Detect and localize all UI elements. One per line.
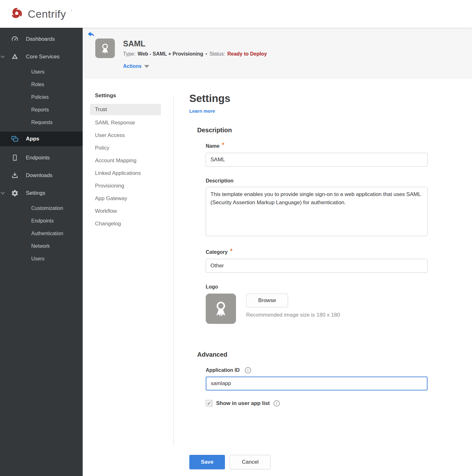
content-area: Settings Trust SAML Response User Access…: [83, 79, 472, 476]
sidebar-item-reports[interactable]: Reports: [0, 104, 83, 116]
cancel-button[interactable]: Cancel: [230, 455, 271, 469]
sidebar-item-label: Core Services: [26, 54, 60, 60]
subnav-item-saml-response[interactable]: SAML Response: [90, 116, 161, 129]
logo-upload-block: Browse Recommended image size is 180 x 1…: [246, 294, 340, 324]
application-id-label-row: Application ID i: [206, 367, 428, 373]
gauge-icon: [11, 35, 19, 43]
advanced-fields: Application ID i ✓ Show in user app list…: [206, 367, 428, 407]
category-label-row: Category *: [206, 249, 428, 256]
logo-size-hint: Recommended image size is 180 x 180: [246, 312, 340, 318]
chevron-down-icon: [1, 190, 5, 194]
subnav-item-provisioning[interactable]: Provisioning: [90, 180, 161, 192]
info-icon[interactable]: i: [274, 400, 280, 407]
subnav-item-app-gateway[interactable]: App Gateway: [90, 192, 161, 205]
show-in-app-list-row: ✓ Show in user app list i: [206, 400, 428, 407]
sidebar-item-requests[interactable]: Requests: [0, 116, 83, 129]
sidebar-item-core-services[interactable]: Core Services: [0, 48, 83, 66]
settings-subitems: Customization Endpoints Authentication N…: [0, 202, 83, 265]
show-in-app-list-label: Show in user app list: [216, 400, 270, 407]
centrify-logo-icon: [9, 6, 24, 22]
brand-trademark: ·: [70, 8, 72, 14]
app-settings-subnav: Settings Trust SAML Response User Access…: [90, 92, 161, 230]
sidebar-item-label: Dashboards: [26, 36, 55, 42]
subnav-item-account-mapping[interactable]: Account Mapping: [90, 154, 161, 167]
category-label: Category: [206, 249, 227, 255]
actions-dropdown[interactable]: Actions: [123, 63, 149, 69]
sidebar-item-settings[interactable]: Settings: [0, 184, 83, 202]
logo-label-row: Logo: [206, 284, 428, 290]
description-field[interactable]: This template enables you to provide sin…: [206, 187, 428, 236]
back-arrow-icon[interactable]: [87, 31, 95, 39]
logo-label: Logo: [206, 284, 218, 290]
description-section-heading: Description: [197, 127, 429, 134]
description-fields: Name * Description This template enables…: [206, 143, 428, 324]
chevron-down-icon: [1, 54, 5, 58]
logo-preview-ribbon-icon: [206, 294, 236, 324]
app-meta-row: Type: Web - SAML + Provisioning • Status…: [123, 51, 267, 57]
info-icon[interactable]: i: [245, 367, 251, 373]
subnav-item-policy[interactable]: Policy: [90, 142, 161, 154]
actions-label: Actions: [123, 63, 142, 69]
save-button[interactable]: Save: [189, 455, 225, 469]
brand: Centrify ·: [9, 6, 71, 22]
core-services-subitems: Users Roles Policies Reports Requests: [0, 66, 83, 129]
settings-form: Settings Learn more Description Name * D…: [189, 92, 429, 407]
name-field[interactable]: [206, 153, 428, 167]
application-id-label: Application ID: [206, 367, 240, 373]
apps-icon: [11, 135, 19, 143]
sidebar-item-apps[interactable]: Apps: [0, 131, 83, 146]
sidebar-item-endpoints-settings[interactable]: Endpoints: [0, 215, 83, 227]
sidebar-item-dashboards[interactable]: Dashboards: [0, 30, 83, 48]
description-label: Description: [206, 178, 233, 184]
sidebar-item-downloads[interactable]: Downloads: [0, 167, 83, 184]
sidebar-item-authentication[interactable]: Authentication: [0, 227, 83, 240]
required-asterisk: *: [230, 247, 232, 254]
sidebar-item-users-settings[interactable]: Users: [0, 253, 83, 265]
sidebar-item-roles[interactable]: Roles: [0, 78, 83, 91]
status-label: Status:: [209, 51, 225, 57]
description-label-row: Description: [206, 178, 428, 184]
gear-icon: [11, 189, 19, 197]
application-id-field[interactable]: [206, 377, 428, 390]
subnav-heading: Settings: [90, 92, 161, 99]
required-asterisk: *: [222, 141, 224, 148]
subnav-item-user-access[interactable]: User Access: [90, 129, 161, 142]
dropdown-arrow-icon: [144, 65, 149, 68]
cluster-icon: [11, 53, 19, 61]
subnav-item-linked-applications[interactable]: Linked Applications: [90, 167, 161, 180]
sidebar-item-label: Downloads: [26, 172, 52, 179]
sidebar-item-endpoints[interactable]: Endpoints: [0, 149, 83, 167]
browse-button[interactable]: Browse: [246, 294, 288, 307]
category-field[interactable]: [206, 259, 428, 273]
app-logo-ribbon-icon: [95, 39, 115, 58]
page-title: Settings: [189, 92, 429, 104]
sidebar-item-label: Settings: [26, 190, 45, 196]
app-header: SAML Type: Web - SAML + Provisioning • S…: [83, 28, 472, 79]
show-in-app-list-checkbox[interactable]: ✓: [206, 400, 212, 407]
learn-more-link[interactable]: Learn more: [189, 108, 215, 114]
top-bar: Centrify ·: [0, 0, 472, 28]
subnav-item-workflow[interactable]: Workflow: [90, 205, 161, 217]
name-label-row: Name *: [206, 143, 428, 150]
sidebar: Dashboards Core Services Users Roles Pol…: [0, 28, 83, 476]
type-value: Web - SAML + Provisioning: [138, 51, 203, 57]
subnav-item-trust[interactable]: Trust: [90, 104, 161, 115]
sidebar-item-network[interactable]: Network: [0, 240, 83, 253]
sidebar-item-label: Endpoints: [26, 155, 50, 161]
advanced-section-heading: Advanced: [197, 351, 429, 358]
status-value: Ready to Deploy: [227, 51, 267, 57]
form-actions: Save Cancel: [189, 455, 271, 469]
logo-row: Browse Recommended image size is 180 x 1…: [206, 294, 428, 324]
download-icon: [11, 171, 19, 180]
meta-separator: •: [205, 51, 207, 57]
subnav-item-changelog[interactable]: Changelog: [90, 217, 161, 230]
brand-name: Centrify: [28, 8, 66, 20]
vertical-divider: [174, 95, 174, 446]
sidebar-item-customization[interactable]: Customization: [0, 202, 83, 215]
sidebar-item-label: Apps: [26, 136, 39, 142]
type-label: Type:: [123, 51, 135, 57]
app-title: SAML: [123, 39, 145, 48]
device-icon: [11, 154, 19, 162]
sidebar-item-policies[interactable]: Policies: [0, 91, 83, 104]
sidebar-item-users[interactable]: Users: [0, 66, 83, 78]
